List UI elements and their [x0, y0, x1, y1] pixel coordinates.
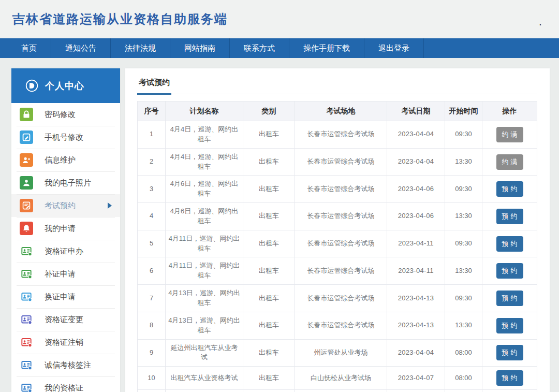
cell-start-time: 09:30 [445, 121, 482, 149]
nav-item[interactable]: 操作手册下载 [289, 38, 364, 58]
sidebar-item[interactable]: 我的资格证 [11, 376, 120, 392]
sidebar-item[interactable]: 我的电子照片 [11, 171, 120, 194]
sidebar-item[interactable]: 信息维护 [11, 149, 120, 171]
sidebar-item[interactable]: 我的申请 [11, 217, 120, 240]
sidebar-item-label: 我的申请 [45, 224, 76, 234]
reserve-button[interactable]: 预约 [496, 318, 523, 333]
sidebar-item-label: 资格证申办 [45, 246, 83, 256]
table-row: 8 4月13日，巡游、网约出租车 出租车 长春市运管综合考试场 2023-04-… [138, 312, 537, 339]
nav-item[interactable]: 首页 [7, 38, 51, 58]
nav-list: 首页 通知公告 法律法规 网站指南 联系方式 操作 [0, 38, 559, 58]
sidebar-item[interactable]: 资格证注销 [11, 331, 120, 354]
cell-plan-name: 4月6日，巡游、网约出租车 [166, 176, 243, 203]
tab-exam-booking[interactable]: 考试预约 [137, 76, 171, 95]
cell-action: 预约 [482, 230, 537, 257]
nav-item-label: 首页 [21, 43, 37, 53]
cell-seq: 9 [138, 339, 166, 367]
main-panel: 考试预约 序号 计划名称 类别 考 [125, 68, 550, 392]
cell-category: 出租车 [243, 367, 295, 390]
sidebar-item[interactable]: 资格证变更 [11, 308, 120, 331]
id-card-icon [20, 336, 33, 349]
cell-seq: 1 [138, 121, 166, 149]
sidebar-item[interactable]: 密码修改 [11, 103, 120, 126]
cell-exam-date: 2023-04-04 [387, 121, 445, 149]
cell-venue: 长春市运管综合考试场 [295, 285, 387, 312]
cell-venue: 白山抚松从业考试场 [295, 367, 387, 390]
cell-venue: 长春市运管综合考试场 [295, 121, 387, 149]
cell-start-time: 08:00 [445, 367, 482, 390]
cell-start-time: 13:30 [445, 148, 482, 176]
cell-start-time: 09:30 [445, 230, 482, 257]
column-header: 序号 [138, 101, 166, 121]
nav-item[interactable]: 联系方式 [230, 38, 289, 58]
personal-center-label: 个人中心 [45, 80, 84, 92]
cell-plan-name: 出租车从业资格证考试 [166, 390, 243, 392]
sidebar-item[interactable]: 补证申请 [11, 263, 120, 285]
sidebar-item[interactable]: 换证申请 [11, 285, 120, 308]
cell-action: 预约 [482, 203, 537, 230]
content-area: 个人中心 密码修改 手机号修改 [0, 58, 559, 392]
nav-item-label: 网站指南 [184, 43, 215, 53]
column-header: 考试场地 [295, 101, 387, 121]
doc-pen-icon [20, 199, 33, 212]
cell-action: 预约 [482, 285, 537, 312]
reserve-button[interactable]: 预约 [496, 209, 523, 224]
cell-plan-name: 4月11日，巡游、网约出租车 [166, 230, 243, 257]
sidebar-item-label: 我的电子照片 [45, 178, 91, 188]
id-card-icon [20, 244, 33, 258]
reserve-button[interactable]: 预约 [496, 263, 523, 279]
nav-item[interactable]: 通知公告 [51, 38, 111, 58]
table-header-row: 序号 计划名称 类别 考试场地 考试日期 开始时间 操作 [138, 101, 537, 121]
sidebar-item-label: 换证申请 [45, 292, 76, 302]
cell-start-time: 13:30 [445, 257, 482, 285]
sidebar-item[interactable]: 资格证申办 [11, 240, 120, 263]
cell-exam-date: 2023-04-04 [387, 148, 445, 176]
cell-action: 预约 [482, 339, 537, 367]
site-header: 吉林省道路运输从业资格自助服务端 . [0, 0, 559, 38]
sidebar-item-label: 手机号修改 [45, 133, 83, 142]
reserve-button[interactable]: 预约 [496, 345, 523, 360]
cell-category: 出租车 [243, 176, 295, 203]
sidebar-item[interactable]: 诚信考核签注 [11, 354, 120, 376]
cell-venue: 长春市运管综合考试场 [295, 257, 387, 285]
sidebar-item-label: 信息维护 [45, 155, 76, 165]
reserve-button[interactable]: 约满 [496, 154, 523, 170]
id-card-icon [20, 267, 33, 281]
cell-exam-date: 2023-04-11 [387, 230, 445, 257]
nav-item[interactable]: 退出登录 [364, 38, 424, 58]
sidebar: 个人中心 密码修改 手机号修改 [11, 68, 120, 392]
table-row: 10 出租汽车从业资格考试 出租车 白山抚松从业考试场 2023-04-07 0… [138, 367, 537, 390]
sidebar-item[interactable]: 手机号修改 [11, 126, 120, 149]
reserve-button[interactable]: 约满 [496, 127, 523, 142]
table-row: 9 延边州出租汽车从业考试 出租车 州运管处从业考场 2023-04-04 08… [138, 339, 537, 367]
cell-category: 出租车 [243, 390, 295, 392]
nav-item[interactable]: 网站指南 [170, 38, 230, 58]
column-header: 计划名称 [166, 101, 243, 121]
personal-center-header: 个人中心 [11, 68, 120, 103]
cell-venue: 长春市运管综合考试场 [295, 176, 387, 203]
table-row: 11 出租车从业资格证考试 出租车 长春市榆树市万隆驾校 2023-04-07 … [138, 390, 537, 392]
cell-action: 约满 [482, 121, 537, 149]
sidebar-item[interactable]: 考试预约 [11, 194, 120, 217]
cell-exam-date: 2023-04-07 [387, 367, 445, 390]
table-row: 5 4月11日，巡游、网约出租车 出租车 长春市运管综合考试场 2023-04-… [138, 230, 537, 257]
cell-start-time: 13:30 [445, 203, 482, 230]
id-card-icon [20, 290, 33, 303]
edit-icon [20, 130, 33, 144]
cell-start-time: 09:30 [445, 285, 482, 312]
sidebar-item-label: 我的资格证 [45, 383, 83, 392]
reserve-button[interactable]: 预约 [496, 236, 523, 252]
reserve-button[interactable]: 预约 [496, 291, 523, 306]
cell-exam-date: 2023-04-04 [387, 339, 445, 367]
cell-plan-name: 4月4日，巡游、网约出租车 [166, 148, 243, 176]
nav-item-label: 法律法规 [125, 43, 156, 53]
nav-item[interactable]: 法律法规 [111, 38, 170, 58]
cell-category: 出租车 [243, 285, 295, 312]
page: 吉林省道路运输从业资格自助服务端 . 首页 通知公告 法律法规 网站指南 [0, 0, 559, 392]
reserve-button[interactable]: 预约 [496, 181, 523, 197]
sidebar-menu: 密码修改 手机号修改 信息维护 [11, 103, 120, 392]
reserve-button[interactable]: 预约 [496, 370, 523, 386]
column-header: 类别 [243, 101, 295, 121]
site-title: 吉林省道路运输从业资格自助服务端 [12, 11, 228, 27]
cell-category: 出租车 [243, 230, 295, 257]
